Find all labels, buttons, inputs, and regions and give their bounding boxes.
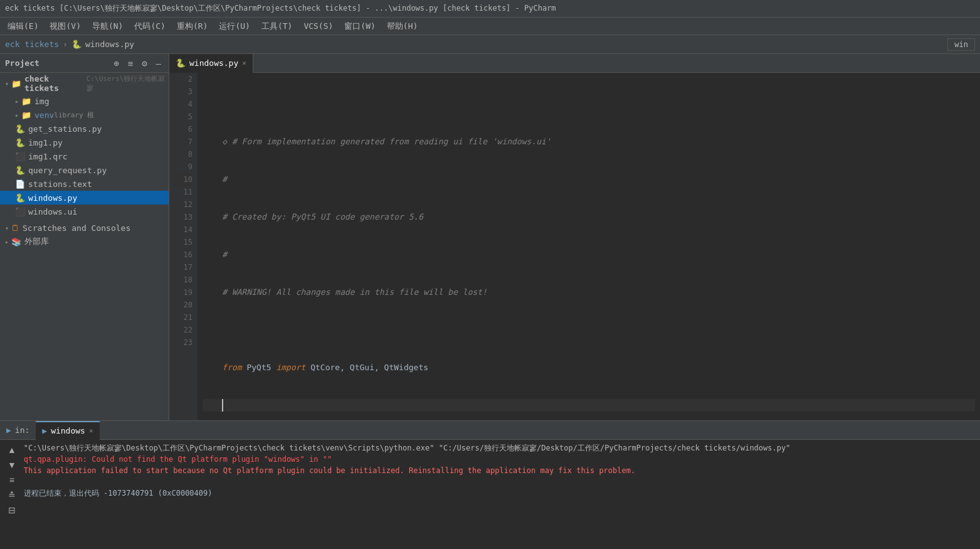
expand-arrow-check-tickets: ▾ (5, 80, 9, 87)
close-panel-btn[interactable]: ⊟ (5, 504, 19, 516)
sidebar-item-label-img1-py: img1.py (28, 138, 63, 147)
sidebar-item-label-ext-lib: 外部库 (24, 236, 49, 247)
sidebar-item-query-request[interactable]: 🐍 query_request.py (0, 163, 169, 177)
line-num-6: 6 (174, 123, 192, 136)
tab-py-icon: 🐍 (176, 58, 186, 68)
bottom-content: ▲ ▼ ≡ ≛ ⊟ "C:\Users\独行天地帐寂寥\Desktop\工作区\… (0, 440, 980, 530)
ui-icon-windows: ⬛ (15, 207, 25, 216)
editor-tab-windows-py[interactable]: 🐍 windows.py ✕ (169, 54, 253, 73)
bottom-tab-close-windows[interactable]: ✕ (89, 427, 93, 435)
title-text: eck tickets [C:\Users\独行天地帐寂寥\Desktop\工作… (5, 3, 556, 14)
line-num-18: 18 (174, 274, 192, 286)
line-num-9: 9 (174, 161, 192, 173)
breadcrumb-icon: 🐍 (71, 40, 82, 49)
sidebar-item-img1-qrc[interactable]: ⬛ img1.qrc (0, 149, 169, 163)
sidebar-item-label-check-tickets: check tickets (24, 74, 84, 93)
editor-area[interactable]: 2 3 4 5 6 7 8 9 10 11 12 13 14 15 16 17 (169, 73, 980, 420)
bottom-tabs: ▶ in: ▶ windows ✕ (0, 421, 980, 440)
sidebar-item-path: C:\Users\独行天地帐寂寥 (87, 74, 166, 93)
code-content[interactable]: ◇ # Form implementation generated from r… (198, 73, 980, 420)
sidebar-item-img[interactable]: ▸ 📁 img (0, 94, 169, 108)
pin-btn[interactable]: ≛ (5, 489, 19, 501)
line-num-3: 3 (174, 85, 192, 98)
menu-item-help[interactable]: 帮助(H) (382, 19, 423, 34)
sidebar-item-stations-text[interactable]: 📄 stations.text (0, 177, 169, 191)
code-container: 2 3 4 5 6 7 8 9 10 11 12 13 14 15 16 17 (169, 73, 980, 420)
menu-item-code[interactable]: 代码(C) (129, 19, 170, 34)
sidebar-item-windows-py[interactable]: 🐍 windows.py (0, 191, 169, 205)
tab-win-label[interactable]: win (947, 38, 975, 51)
line-num-11: 11 (174, 186, 192, 198)
code-line-8 (203, 324, 975, 336)
bottom-tab-label-in: in: (15, 425, 29, 435)
sidebar-add-icon[interactable]: ⊕ (111, 57, 121, 70)
wrap-btn[interactable]: ≡ (5, 474, 19, 486)
sidebar-item-check-tickets[interactable]: ▾ 📁 check tickets C:\Users\独行天地帐寂寥 (0, 73, 169, 94)
sidebar-item-label-venv: venv (34, 110, 54, 120)
code-line-4: # (203, 173, 975, 186)
sidebar-item-img1-py[interactable]: 🐍 img1.py (0, 136, 169, 149)
line-num-21: 21 (174, 311, 192, 324)
py-icon-windows: 🐍 (15, 193, 25, 203)
sidebar-item-windows-ui[interactable]: ⬛ windows.ui (0, 205, 169, 218)
expand-arrow-scratches: ▾ (5, 225, 9, 232)
menu-item-window[interactable]: 窗口(W) (339, 19, 380, 34)
sidebar-item-get-stations[interactable]: 🐍 get_stations.py (0, 122, 169, 136)
sidebar-item-label-get-stations: get_stations.py (28, 124, 102, 134)
sidebar-item-venv-sub: library 根 (54, 110, 94, 120)
expand-arrow-venv: ▸ (15, 112, 19, 119)
code-line-7: # WARNING! All changes made in this file… (203, 286, 975, 299)
line-num-14: 14 (174, 223, 192, 236)
bottom-panel: ▶ in: ▶ windows ✕ ▲ ▼ ≡ ≛ ⊟ "C:\Users\独行… (0, 420, 980, 530)
code-line-9: from PyQt5 import QtCore, QtGui, QtWidge… (203, 361, 975, 374)
breadcrumb-file[interactable]: windows.py (85, 40, 134, 49)
menu-item-refactor[interactable]: 重构(R) (172, 19, 213, 34)
code-line-3: ◇ # Form implementation generated from r… (203, 136, 975, 148)
title-bar: eck tickets [C:\Users\独行天地帐寂寥\Desktop\工作… (0, 0, 980, 18)
sidebar-item-label-scratches: Scratches and Consoles (23, 223, 130, 233)
tab-label-windows-py: windows.py (189, 58, 238, 68)
sidebar-minimize-icon[interactable]: — (154, 57, 164, 70)
line-num-4: 4 (174, 98, 192, 110)
sidebar-collapse-icon[interactable]: ≡ (125, 57, 135, 70)
tab-close-windows-py[interactable]: ✕ (242, 59, 246, 67)
menu-bar: 编辑(E) 视图(V) 导航(N) 代码(C) 重构(R) 运行(U) 工具(T… (0, 18, 980, 35)
folder-icon-venv: 📁 (21, 110, 31, 120)
sidebar-item-venv[interactable]: ▸ 📁 venv library 根 (0, 108, 169, 122)
menu-item-vcs[interactable]: VCS(S) (298, 19, 338, 33)
bottom-tab-windows[interactable]: ▶ windows ✕ (36, 421, 99, 440)
line-num-19: 19 (174, 286, 192, 299)
breadcrumb-bar: eck tickets › 🐍 windows.py win (0, 35, 980, 54)
line-num-2: 2 (174, 73, 192, 85)
menu-item-run[interactable]: 运行(U) (214, 19, 255, 34)
sidebar-item-label-img: img (34, 97, 49, 106)
breadcrumb-project[interactable]: eck tickets (5, 40, 59, 49)
menu-item-tools[interactable]: 工具(T) (256, 19, 297, 34)
code-line-2 (203, 98, 975, 110)
scroll-down-btn[interactable]: ▼ (5, 459, 19, 471)
sidebar-item-scratches[interactable]: ▾ 🗒 Scratches and Consoles (0, 221, 169, 235)
line-num-23: 23 (174, 336, 192, 349)
line-numbers: 2 3 4 5 6 7 8 9 10 11 12 13 14 15 16 17 (169, 73, 198, 420)
py-icon-query: 🐍 (15, 166, 25, 175)
editor-with-tabs: 🐍 windows.py ✕ 2 3 4 5 6 7 8 9 10 1 (169, 54, 980, 420)
windows-run-icon: ▶ (42, 426, 47, 435)
menu-item-nav[interactable]: 导航(N) (87, 19, 128, 34)
sidebar-gear-icon[interactable]: ⚙ (139, 57, 149, 70)
menu-item-view[interactable]: 视图(V) (45, 19, 85, 34)
output-blank-line (24, 476, 975, 488)
sidebar-item-ext-lib[interactable]: ▸ 📚 外部库 (0, 235, 169, 248)
py-icon-get-stations: 🐍 (15, 124, 25, 134)
menu-item-edit[interactable]: 编辑(E) (3, 19, 43, 34)
sidebar-item-label-windows-py: windows.py (28, 193, 77, 203)
sidebar-item-label-stations-text: stations.text (28, 179, 92, 189)
code-line-6: # (203, 248, 975, 261)
sidebar-item-label-img1-qrc: img1.qrc (28, 152, 68, 161)
scroll-up-btn[interactable]: ▲ (5, 444, 19, 456)
bottom-tab-run[interactable]: ▶ in: (0, 421, 36, 440)
expand-arrow-img: ▸ (15, 98, 19, 105)
output-error-line-2: This application failed to start because… (24, 465, 975, 476)
scratches-icon: 🗒 (11, 223, 19, 233)
folder-icon-img: 📁 (21, 97, 31, 106)
bottom-tab-label-windows: windows (51, 426, 85, 435)
